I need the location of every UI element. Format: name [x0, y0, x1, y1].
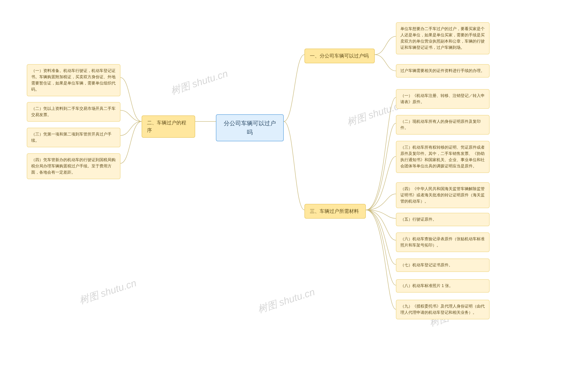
- leaf-c1[interactable]: （一）《机动车注册、转移、注销登记／转入申请表》原件。: [396, 89, 490, 109]
- center-topic[interactable]: 分公司车辆可以过户吗: [216, 114, 284, 141]
- branch-2[interactable]: 二、车辆过户的程序: [142, 115, 195, 138]
- leaf-c6[interactable]: （六）机动车查验记录表原件（张贴机动车标准照片和车架号拓印）。: [396, 232, 490, 252]
- leaf-b1[interactable]: （一）资料准备。机动车行驶证，机动车登记证书。车辆购置附加税证，买卖双方身份证、…: [27, 64, 120, 96]
- leaf-a2[interactable]: 过户车辆需要相关的证件资料进行手续的办理。: [396, 64, 490, 78]
- leaf-a1[interactable]: 单位车想要办二手车过户的过户，要看买家是个人还是单位，如果是单位买家，需要的手续…: [396, 22, 490, 54]
- leaf-b2[interactable]: （二）凭以上资料到二手车交易市场开具二手车交易发票。: [27, 102, 120, 122]
- leaf-c7[interactable]: （七）机动车登记证书原件。: [396, 259, 490, 272]
- watermark: 树图 shutu.cn: [77, 276, 138, 307]
- leaf-c8[interactable]: （八）机动车标准照片 1 张。: [396, 279, 490, 293]
- leaf-c4[interactable]: （四）《中华人民共和国海关监管车辆解除监管证明书》或者海关批准的转让证明原件（海…: [396, 182, 490, 208]
- branch-1[interactable]: 一、分公司车辆可以过户吗: [305, 49, 375, 63]
- leaf-c5[interactable]: （五）行驶证原件。: [396, 213, 490, 226]
- watermark: 树图 shutu.cn: [256, 285, 317, 316]
- leaf-c2[interactable]: （二）现机动车所有人的身份证明原件及复印件。: [396, 115, 490, 135]
- watermark: 树图 shutu.cn: [169, 67, 230, 98]
- leaf-b3[interactable]: （三）凭第一项和第二项到车管所开具过户手续。: [27, 128, 120, 147]
- leaf-c3[interactable]: （三）机动车所有权转移的证明、凭证原件或者原件及复印件。其中，二手车销售发票、《…: [396, 141, 490, 173]
- leaf-c9[interactable]: （九）《授权委托书》及代理人身份证明（由代理人代理申请的机动车登记和相关业务）。: [396, 300, 490, 319]
- leaf-b4[interactable]: （四）凭车管新办的机动车的行驶证到国税局购税分局办理车辆购置税过户手续。至于费用…: [27, 153, 120, 179]
- branch-3[interactable]: 三、车辆过户所需材料: [305, 204, 366, 219]
